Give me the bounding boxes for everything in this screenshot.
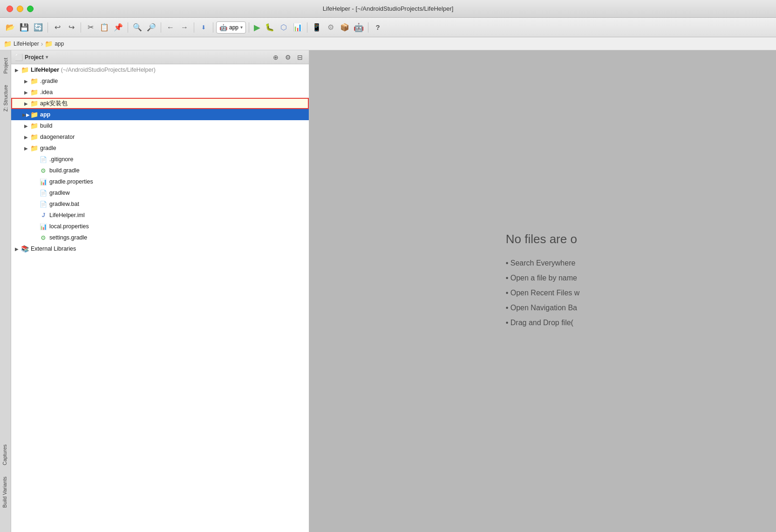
tree-item-gradle-dir[interactable]: 📁 gradle — [11, 143, 309, 154]
scope-button[interactable]: ⊕ — [271, 52, 281, 62]
folder-icon: 📁 — [30, 99, 38, 108]
expand-arrow — [22, 122, 30, 130]
tree-label-lifehelper-iml: LifeHelper.iml — [49, 212, 309, 218]
tab-captures[interactable]: Captures — [0, 439, 11, 471]
tab-project[interactable]: Project — [1, 52, 10, 79]
apk-analyzer-button[interactable]: 📦 — [338, 21, 351, 34]
copy-button[interactable]: 📋 — [98, 21, 111, 34]
folder-icon: 📁 — [30, 77, 38, 85]
folder-icon: 📁 — [30, 88, 38, 96]
breadcrumb-app-label: app — [54, 41, 64, 47]
tab-structure[interactable]: Z: Structure — [1, 79, 10, 117]
tree-item-gradlew-bat[interactable]: 📄 gradlew.bat — [11, 198, 309, 210]
expand-arrow: ▶ — [22, 111, 30, 118]
sdk-manager-button[interactable]: ⚙ — [324, 21, 337, 34]
run-button[interactable]: ▶ — [252, 22, 262, 33]
libraries-icon: 📚 — [20, 245, 29, 253]
expand-arrow — [22, 89, 30, 96]
text-file-icon: 📄 — [39, 189, 48, 197]
tab-build-variants[interactable]: Build Variants — [0, 471, 11, 513]
breadcrumb-lifehelper[interactable]: 📁 LifeHelper — [4, 40, 39, 48]
tree-item-idea[interactable]: 📁 .idea — [11, 87, 309, 98]
tip-search: Search Everywhere — [506, 256, 580, 271]
tree-item-external-libraries[interactable]: 📚 External Libraries — [11, 243, 309, 254]
bat-file-icon: 📄 — [39, 200, 48, 208]
tree-item-gradlew[interactable]: 📄 gradlew — [11, 187, 309, 198]
expand-arrow — [13, 66, 20, 74]
settings-gear-button[interactable]: ⚙ — [283, 52, 293, 62]
toolbar-sep-4 — [161, 22, 161, 33]
toolbar-sep-5 — [194, 22, 194, 33]
close-button[interactable] — [7, 6, 13, 12]
profile-button[interactable]: 📊 — [291, 21, 304, 34]
tree-item-app[interactable]: ▶ 📁 app — [11, 109, 309, 120]
sidebar-actions: ⊕ ⚙ ⊟ — [271, 52, 305, 62]
tree-label-build: build — [40, 123, 309, 129]
build-button[interactable]: ⬇ — [197, 21, 210, 34]
android-icon: 🤖 — [219, 24, 227, 31]
help-button[interactable]: ? — [371, 21, 384, 34]
cut-button[interactable]: ✂ — [84, 21, 97, 34]
tree-label-daogenerator: daogenerator — [40, 134, 309, 140]
tree-item-settings-gradle[interactable]: ⚙ settings.gradle — [11, 232, 309, 243]
panel-folder-icon: ⬜ — [15, 54, 23, 61]
paste-button[interactable]: 📌 — [112, 21, 125, 34]
toolbar: 📂 💾 🔄 ↩ ↪ ✂ 📋 📌 🔍 🔎 ← → ⬇ 🤖 app ▾ ▶ 🐛 ⬡ … — [0, 18, 776, 37]
find-button[interactable]: 🔍 — [131, 21, 144, 34]
tree-item-local-properties[interactable]: 📊 local.properties — [11, 221, 309, 232]
breadcrumb-app[interactable]: 📁 app — [45, 40, 64, 48]
tree-item-lifehelper-iml[interactable]: J LifeHelper.iml — [11, 210, 309, 221]
expand-arrow — [22, 133, 30, 141]
collapse-button[interactable]: ⊟ — [295, 52, 305, 62]
minimize-button[interactable] — [17, 6, 23, 12]
save-button[interactable]: 💾 — [18, 21, 31, 34]
no-files-heading: No files are o — [506, 232, 580, 246]
debug-button[interactable]: 🐛 — [263, 21, 276, 34]
back-button[interactable]: ← — [164, 21, 177, 34]
coverage-button[interactable]: ⬡ — [277, 21, 290, 34]
tip-recent-files: Open Recent Files w — [506, 286, 580, 300]
root-folder-icon: 📁 — [20, 66, 29, 74]
panel-title-dropdown[interactable]: ⬜ Project ▾ — [15, 54, 48, 61]
forward-button[interactable]: → — [178, 21, 191, 34]
sidebar: ⬜ Project ▾ ⊕ ⚙ ⊟ 📁 LifeHelper (~/Androi… — [11, 50, 309, 532]
gradle-file-icon: ⚙ — [39, 166, 48, 175]
tree-item-gitignore[interactable]: 📄 .gitignore — [11, 154, 309, 165]
properties-file-icon: 📊 — [39, 222, 48, 231]
tree-label-gradle-properties: gradle.properties — [49, 178, 309, 185]
file-tree[interactable]: 📁 LifeHelper (~/AndroidStudioProjects/Li… — [11, 64, 309, 532]
app-selector-dropdown[interactable]: 🤖 app ▾ — [216, 21, 246, 34]
maximize-button[interactable] — [27, 6, 34, 12]
chevron-icon: ▾ — [46, 55, 48, 60]
open-folder-button[interactable]: 📂 — [4, 21, 17, 34]
app-selector-label: app — [229, 24, 238, 31]
tree-item-apk[interactable]: 📁 apk安装包 — [11, 98, 309, 109]
no-files-message: No files are o Search Everywhere Open a … — [506, 232, 580, 330]
breadcrumb-lifehelper-label: LifeHelper — [14, 41, 39, 47]
android-icon-button[interactable]: 🤖 — [352, 21, 365, 34]
sync-button[interactable]: 🔄 — [32, 21, 45, 34]
tree-label-apk: apk安装包 — [40, 100, 309, 108]
window-title: LifeHelper - [~/AndroidStudioProjects/Li… — [323, 5, 454, 12]
iml-file-icon: J — [39, 211, 48, 219]
tree-item-lifehelper[interactable]: 📁 LifeHelper (~/AndroidStudioProjects/Li… — [11, 64, 309, 75]
tree-item-daogenerator[interactable]: 📁 daogenerator — [11, 131, 309, 143]
toolbar-sep-6 — [213, 22, 213, 33]
bottom-panel-area: Captures Build Variants — [0, 439, 11, 532]
folder-icon: 📁 — [30, 133, 38, 141]
no-files-tips: Search Everywhere Open a file by name Op… — [506, 256, 580, 330]
tree-item-build[interactable]: 📁 build — [11, 120, 309, 131]
tree-item-build-gradle[interactable]: ⚙ build.gradle — [11, 165, 309, 176]
undo-button[interactable]: ↩ — [51, 21, 64, 34]
sidebar-header: ⬜ Project ▾ ⊕ ⚙ ⊟ — [11, 50, 309, 64]
redo-button[interactable]: ↪ — [65, 21, 78, 34]
toolbar-sep-3 — [128, 22, 128, 33]
tree-item-gradle-properties[interactable]: 📊 gradle.properties — [11, 176, 309, 187]
replace-button[interactable]: 🔎 — [145, 21, 158, 34]
expand-arrow — [13, 245, 20, 252]
tree-item-gradle-hidden[interactable]: 📁 .gradle — [11, 75, 309, 87]
properties-file-icon: 📊 — [39, 177, 48, 186]
breadcrumb-separator: › — [41, 40, 43, 48]
avd-manager-button[interactable]: 📱 — [310, 21, 323, 34]
text-file-icon: 📄 — [39, 155, 48, 164]
